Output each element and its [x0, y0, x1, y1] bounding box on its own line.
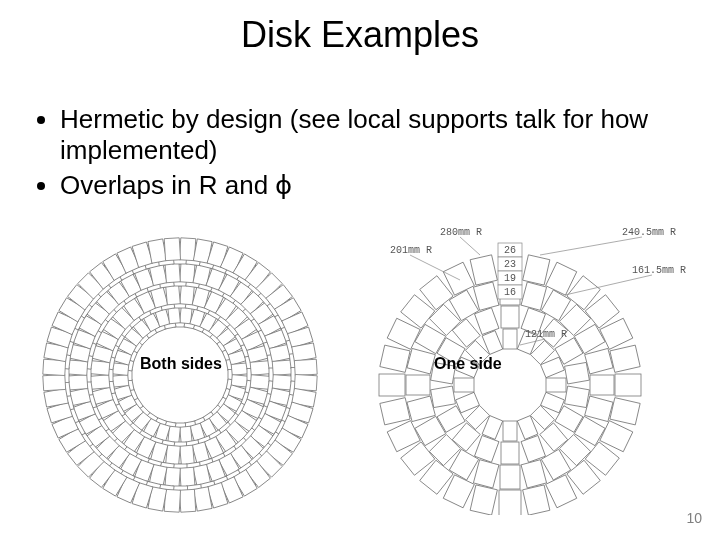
svg-rect-413: [470, 255, 497, 285]
page-number: 10: [686, 510, 702, 526]
svg-text:161.5mm R: 161.5mm R: [632, 265, 686, 276]
svg-rect-375: [473, 460, 499, 488]
svg-rect-367: [585, 348, 613, 374]
bullet-list: Hermetic by design (see local supports t…: [34, 104, 696, 206]
svg-text:201mm R: 201mm R: [390, 245, 432, 256]
svg-rect-374: [500, 465, 520, 489]
svg-rect-393: [615, 374, 641, 396]
svg-rect-373: [521, 460, 547, 488]
svg-rect-336: [503, 421, 517, 441]
svg-rect-327: [164, 238, 180, 261]
svg-text:23: 23: [504, 259, 516, 270]
svg-text:19: 19: [504, 273, 516, 284]
svg-rect-349: [565, 386, 590, 408]
svg-rect-288: [294, 359, 317, 375]
svg-rect-380: [406, 375, 430, 395]
svg-rect-392: [610, 345, 640, 372]
svg-rect-276: [179, 238, 195, 261]
svg-rect-353: [501, 442, 519, 464]
svg-rect-385: [473, 282, 499, 310]
svg-rect-314: [43, 374, 66, 390]
bullet-item: Overlaps in R and ϕ: [60, 170, 696, 201]
svg-text:26: 26: [504, 245, 516, 256]
svg-rect-400: [499, 490, 521, 515]
figures-row: Both sides 26231916280mm R201mm R240.5mm…: [20, 225, 700, 515]
bullet-item: Hermetic by design (see local supports t…: [60, 104, 696, 166]
svg-rect-301: [179, 489, 195, 512]
svg-rect-363: [521, 282, 547, 310]
svg-rect-394: [610, 398, 640, 425]
caption-one-side: One side: [428, 353, 508, 375]
svg-text:240.5mm R: 240.5mm R: [622, 227, 676, 238]
svg-rect-302: [164, 489, 180, 512]
svg-text:121mm R: 121mm R: [525, 329, 567, 340]
svg-rect-379: [407, 396, 435, 422]
page-title: Disk Examples: [0, 14, 720, 56]
svg-rect-344: [501, 306, 519, 328]
svg-line-426: [540, 237, 642, 255]
svg-rect-407: [379, 374, 405, 396]
svg-rect-368: [590, 375, 614, 395]
svg-text:16: 16: [504, 287, 516, 298]
svg-rect-399: [523, 485, 550, 515]
svg-rect-289: [294, 374, 317, 390]
svg-rect-315: [43, 359, 66, 375]
svg-rect-340: [454, 378, 474, 392]
svg-rect-348: [565, 362, 590, 384]
svg-line-422: [460, 237, 480, 255]
svg-rect-401: [470, 485, 497, 515]
svg-text:280mm R: 280mm R: [440, 227, 482, 238]
figure-both-sides: Both sides: [20, 225, 340, 515]
svg-rect-357: [431, 386, 456, 408]
svg-rect-406: [380, 398, 410, 425]
svg-rect-408: [380, 345, 410, 372]
caption-both-sides: Both sides: [134, 353, 228, 375]
svg-rect-328: [503, 329, 517, 349]
svg-rect-369: [585, 396, 613, 422]
figure-one-side: 26231916280mm R201mm R240.5mm R161.5mm R…: [350, 225, 700, 515]
svg-rect-387: [523, 255, 550, 285]
svg-rect-332: [546, 378, 566, 392]
